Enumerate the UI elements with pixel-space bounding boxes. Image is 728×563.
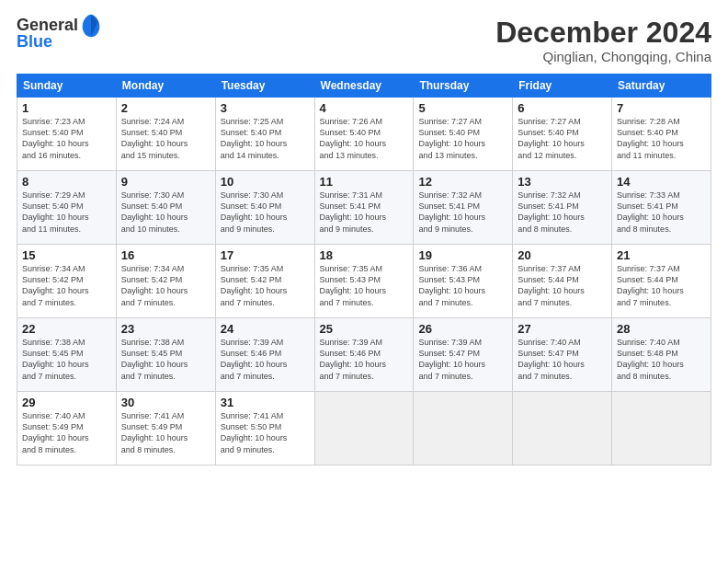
calendar-cell (513, 392, 612, 465)
calendar-cell: 11Sunrise: 7:31 AM Sunset: 5:41 PM Dayli… (314, 171, 414, 245)
day-info: Sunrise: 7:36 AM Sunset: 5:43 PM Dayligh… (418, 263, 507, 308)
col-monday: Monday (116, 75, 215, 98)
calendar: Sunday Monday Tuesday Wednesday Thursday… (17, 74, 711, 465)
day-info: Sunrise: 7:37 AM Sunset: 5:44 PM Dayligh… (617, 263, 706, 308)
day-number: 23 (121, 322, 210, 336)
calendar-cell: 7Sunrise: 7:28 AM Sunset: 5:40 PM Daylig… (612, 98, 711, 171)
calendar-cell: 14Sunrise: 7:33 AM Sunset: 5:41 PM Dayli… (612, 171, 711, 245)
day-info: Sunrise: 7:34 AM Sunset: 5:42 PM Dayligh… (121, 263, 210, 308)
day-info: Sunrise: 7:26 AM Sunset: 5:40 PM Dayligh… (320, 116, 409, 161)
col-saturday: Saturday (612, 75, 711, 98)
header-row: Sunday Monday Tuesday Wednesday Thursday… (17, 75, 711, 98)
day-number: 5 (418, 101, 507, 115)
calendar-row-5: 29Sunrise: 7:40 AM Sunset: 5:49 PM Dayli… (17, 392, 711, 465)
calendar-cell: 28Sunrise: 7:40 AM Sunset: 5:48 PM Dayli… (612, 318, 711, 392)
calendar-row-3: 15Sunrise: 7:34 AM Sunset: 5:42 PM Dayli… (17, 245, 711, 318)
day-info: Sunrise: 7:30 AM Sunset: 5:40 PM Dayligh… (121, 190, 210, 235)
day-info: Sunrise: 7:38 AM Sunset: 5:45 PM Dayligh… (22, 337, 111, 382)
calendar-cell: 13Sunrise: 7:32 AM Sunset: 5:41 PM Dayli… (513, 171, 612, 245)
day-number: 22 (22, 322, 111, 336)
calendar-cell: 22Sunrise: 7:38 AM Sunset: 5:45 PM Dayli… (17, 318, 117, 392)
day-info: Sunrise: 7:28 AM Sunset: 5:40 PM Dayligh… (617, 116, 706, 161)
day-info: Sunrise: 7:39 AM Sunset: 5:46 PM Dayligh… (221, 337, 310, 382)
calendar-cell: 23Sunrise: 7:38 AM Sunset: 5:45 PM Dayli… (116, 318, 215, 392)
day-number: 20 (518, 248, 607, 262)
day-number: 29 (22, 396, 111, 409)
calendar-row-1: 1Sunrise: 7:23 AM Sunset: 5:40 PM Daylig… (17, 98, 711, 171)
day-number: 31 (221, 396, 310, 409)
day-info: Sunrise: 7:32 AM Sunset: 5:41 PM Dayligh… (418, 190, 507, 235)
calendar-cell: 18Sunrise: 7:35 AM Sunset: 5:43 PM Dayli… (314, 245, 414, 318)
logo-general: General (17, 17, 78, 33)
day-number: 6 (518, 101, 607, 115)
calendar-cell: 1Sunrise: 7:23 AM Sunset: 5:40 PM Daylig… (17, 98, 117, 171)
calendar-row-2: 8Sunrise: 7:29 AM Sunset: 5:40 PM Daylig… (17, 171, 711, 245)
calendar-cell: 4Sunrise: 7:26 AM Sunset: 5:40 PM Daylig… (314, 98, 414, 171)
day-number: 26 (418, 322, 507, 336)
day-info: Sunrise: 7:27 AM Sunset: 5:40 PM Dayligh… (418, 116, 507, 161)
calendar-row-4: 22Sunrise: 7:38 AM Sunset: 5:45 PM Dayli… (17, 318, 711, 392)
col-friday: Friday (513, 75, 612, 98)
day-info: Sunrise: 7:38 AM Sunset: 5:45 PM Dayligh… (121, 337, 210, 382)
day-number: 15 (22, 248, 111, 262)
location: Qinglian, Chongqing, China (495, 49, 711, 64)
day-info: Sunrise: 7:39 AM Sunset: 5:46 PM Dayligh… (320, 337, 409, 382)
day-number: 1 (22, 101, 111, 115)
day-info: Sunrise: 7:24 AM Sunset: 5:40 PM Dayligh… (121, 116, 210, 161)
day-number: 16 (121, 248, 210, 262)
col-wednesday: Wednesday (314, 75, 414, 98)
logo: General Blue (17, 17, 102, 50)
day-info: Sunrise: 7:40 AM Sunset: 5:48 PM Dayligh… (617, 337, 706, 382)
calendar-cell: 26Sunrise: 7:39 AM Sunset: 5:47 PM Dayli… (414, 318, 513, 392)
logo-icon (80, 13, 102, 39)
day-number: 13 (518, 175, 607, 189)
day-info: Sunrise: 7:29 AM Sunset: 5:40 PM Dayligh… (22, 190, 111, 235)
calendar-cell: 9Sunrise: 7:30 AM Sunset: 5:40 PM Daylig… (116, 171, 215, 245)
calendar-cell: 20Sunrise: 7:37 AM Sunset: 5:44 PM Dayli… (513, 245, 612, 318)
calendar-cell: 6Sunrise: 7:27 AM Sunset: 5:40 PM Daylig… (513, 98, 612, 171)
calendar-cell (612, 392, 711, 465)
header: General Blue December 2024 Qinglian, Cho… (17, 17, 711, 64)
day-number: 12 (418, 175, 507, 189)
calendar-cell: 29Sunrise: 7:40 AM Sunset: 5:49 PM Dayli… (17, 392, 117, 465)
day-info: Sunrise: 7:23 AM Sunset: 5:40 PM Dayligh… (22, 116, 111, 161)
day-info: Sunrise: 7:34 AM Sunset: 5:42 PM Dayligh… (22, 263, 111, 308)
calendar-cell (414, 392, 513, 465)
page: General Blue December 2024 Qinglian, Cho… (0, 0, 728, 563)
logo-text: General Blue (17, 17, 78, 50)
day-info: Sunrise: 7:40 AM Sunset: 5:49 PM Dayligh… (22, 410, 111, 455)
day-number: 18 (320, 248, 409, 262)
day-number: 2 (121, 101, 210, 115)
col-thursday: Thursday (414, 75, 513, 98)
calendar-cell: 19Sunrise: 7:36 AM Sunset: 5:43 PM Dayli… (414, 245, 513, 318)
calendar-cell: 12Sunrise: 7:32 AM Sunset: 5:41 PM Dayli… (414, 171, 513, 245)
day-info: Sunrise: 7:37 AM Sunset: 5:44 PM Dayligh… (518, 263, 607, 308)
day-info: Sunrise: 7:31 AM Sunset: 5:41 PM Dayligh… (320, 190, 409, 235)
calendar-cell: 2Sunrise: 7:24 AM Sunset: 5:40 PM Daylig… (116, 98, 215, 171)
day-info: Sunrise: 7:41 AM Sunset: 5:50 PM Dayligh… (221, 410, 310, 455)
day-number: 17 (221, 248, 310, 262)
calendar-cell: 5Sunrise: 7:27 AM Sunset: 5:40 PM Daylig… (414, 98, 513, 171)
calendar-cell (314, 392, 414, 465)
day-number: 3 (221, 101, 310, 115)
calendar-cell: 15Sunrise: 7:34 AM Sunset: 5:42 PM Dayli… (17, 245, 117, 318)
day-info: Sunrise: 7:32 AM Sunset: 5:41 PM Dayligh… (518, 190, 607, 235)
day-number: 28 (617, 322, 706, 336)
calendar-cell: 8Sunrise: 7:29 AM Sunset: 5:40 PM Daylig… (17, 171, 117, 245)
col-tuesday: Tuesday (215, 75, 314, 98)
day-number: 9 (121, 175, 210, 189)
calendar-cell: 25Sunrise: 7:39 AM Sunset: 5:46 PM Dayli… (314, 318, 414, 392)
day-info: Sunrise: 7:40 AM Sunset: 5:47 PM Dayligh… (518, 337, 607, 382)
day-info: Sunrise: 7:35 AM Sunset: 5:42 PM Dayligh… (221, 263, 310, 308)
day-info: Sunrise: 7:39 AM Sunset: 5:47 PM Dayligh… (418, 337, 507, 382)
day-number: 30 (121, 396, 210, 409)
day-number: 19 (418, 248, 507, 262)
day-number: 27 (518, 322, 607, 336)
day-info: Sunrise: 7:33 AM Sunset: 5:41 PM Dayligh… (617, 190, 706, 235)
day-number: 10 (221, 175, 310, 189)
calendar-cell: 31Sunrise: 7:41 AM Sunset: 5:50 PM Dayli… (215, 392, 314, 465)
day-info: Sunrise: 7:35 AM Sunset: 5:43 PM Dayligh… (320, 263, 409, 308)
day-number: 7 (617, 101, 706, 115)
day-number: 14 (617, 175, 706, 189)
calendar-cell: 30Sunrise: 7:41 AM Sunset: 5:49 PM Dayli… (116, 392, 215, 465)
